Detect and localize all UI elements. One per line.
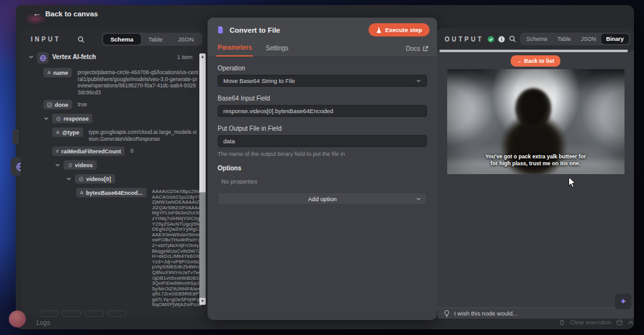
scroll-up-arrow[interactable]: ▲ (199, 53, 206, 60)
tab-schema[interactable]: Schema (521, 34, 552, 44)
yeti-head (514, 88, 551, 129)
info-icon[interactable]: i (498, 36, 505, 43)
output-field-input[interactable] (218, 135, 427, 147)
back-to-list-button[interactable]: ← Back to list (511, 55, 561, 67)
chevron-down-icon[interactable] (66, 174, 75, 182)
node-wish-input[interactable] (454, 310, 628, 317)
key-pill-bytesbase64[interactable]: A bytesBase64Encod... (76, 188, 147, 197)
input-panel: INPUT Schema Table JSON (21, 28, 208, 315)
options-empty-text: No properties (221, 178, 427, 185)
source-node-name[interactable]: Vertex AI-fetch (52, 52, 96, 60)
output-field-label: Put Output File in Field (218, 125, 427, 132)
tab-json[interactable]: JSON (170, 34, 201, 45)
object-type-icon (56, 116, 61, 121)
chevron-down-icon[interactable] (28, 52, 37, 60)
tab-settings[interactable]: Settings (264, 41, 289, 56)
node-title: Convert to File (230, 26, 280, 34)
chevron-down-icon[interactable] (55, 160, 64, 168)
clear-execution-label[interactable]: Clear execution (570, 319, 611, 326)
node-connector-notch (13, 129, 19, 145)
schema-tree: Vertex AI-fetch 1 item A name projects/p… (21, 50, 208, 307)
back-to-canvas-label: Back to canvas (45, 10, 98, 18)
output-horizontal-scrollbar[interactable]: ▶ (440, 50, 628, 52)
svg-text:i: i (501, 36, 502, 42)
input-view-tabs: Schema Table JSON (102, 33, 203, 46)
tree-row-root: Vertex AI-fetch 1 item (28, 52, 199, 63)
number-type-icon: # (56, 148, 58, 154)
key-pill-response[interactable]: response (52, 114, 92, 123)
tree-row: videos (28, 160, 199, 170)
flask-icon (376, 27, 382, 33)
binary-video-preview[interactable]: You've got o pack extra yalk butteer for… (447, 69, 625, 174)
tab-binary[interactable]: Binary (601, 34, 629, 44)
tree-row: response (28, 114, 199, 123)
tree-row: done true (28, 100, 199, 109)
options-label: Options (218, 165, 427, 172)
tab-table[interactable]: Table (552, 34, 576, 44)
tree-row: A name projects/plasma-circle-464708-q5/… (28, 68, 199, 96)
key-pill-attype[interactable]: A @type (52, 128, 83, 137)
key-pill-done[interactable]: done (43, 100, 72, 109)
add-option-button[interactable]: Add option (218, 192, 427, 205)
globe-icon (37, 52, 48, 63)
base64-field-input[interactable] (218, 105, 427, 117)
key-pill-videos[interactable]: videos (64, 160, 97, 170)
canvas-ghost-button (62, 310, 81, 317)
output-field-hint: The name of the output binary field to p… (218, 151, 427, 157)
operation-label: Operation (218, 65, 427, 72)
tree-row: # raiMediaFilteredCount 0 (28, 146, 199, 156)
value-name: projects/plasma-circle-464708-q5/locatio… (77, 68, 199, 96)
scrollbar-thumb[interactable] (199, 60, 206, 192)
node-feedback-bar (438, 307, 634, 319)
back-arrow-icon: ← (33, 9, 41, 18)
chevron-down-icon (416, 196, 421, 202)
back-to-canvas-button[interactable]: ← Back to canvas (33, 9, 98, 18)
logs-label[interactable]: Logs (36, 319, 50, 326)
tab-schema[interactable]: Schema (103, 34, 141, 45)
tree-row: A @type type.googleapis.com/cloud.ai.lar… (28, 128, 199, 142)
ai-assistant-button[interactable]: ✦ (614, 293, 632, 310)
docs-link[interactable]: Docs (406, 45, 428, 52)
node-settings-panel: Convert to File Execute step Parameters … (208, 18, 437, 320)
key-pill-raicount[interactable]: # raiMediaFilteredCount (52, 146, 125, 156)
chevron-down-icon[interactable] (43, 114, 52, 121)
operation-select[interactable]: Move Base64 String to File (218, 75, 427, 87)
key-pill-videos0[interactable]: videos[0] (75, 174, 115, 184)
tab-parameters[interactable]: Parameters (216, 40, 253, 57)
back-arrow-icon: ← (517, 58, 525, 64)
execute-step-button[interactable]: Execute step (369, 23, 430, 36)
object-type-icon (79, 177, 84, 182)
canvas-ghost-button (40, 310, 58, 317)
search-icon[interactable] (509, 35, 516, 43)
key-pill-name[interactable]: A name (43, 68, 72, 77)
string-type-icon: A (47, 70, 51, 75)
user-avatar (9, 310, 26, 327)
string-type-icon: A (56, 129, 60, 135)
scroll-down-arrow[interactable]: ▼ (199, 298, 206, 305)
execution-footer: Clear execution (434, 319, 634, 326)
lightbulb-icon (444, 310, 450, 317)
boolean-type-icon (47, 102, 52, 107)
scroll-right-arrow[interactable]: ▶ (628, 48, 631, 53)
video-caption: You've got o pack extra yalk butteer for… (447, 153, 625, 167)
trash-icon[interactable] (559, 319, 565, 326)
external-link-icon (423, 46, 428, 52)
output-view-tabs: Schema Table JSON Binary (520, 33, 630, 45)
canvas-ghost-button (108, 310, 126, 317)
input-title: INPUT (31, 36, 61, 43)
value-attype: type.googleapis.com/cloud.ai.large_model… (89, 128, 199, 142)
tree-row: videos[0] (28, 174, 199, 184)
tab-table[interactable]: Table (141, 34, 170, 45)
tree-row: A bytesBase64Encod... AAAAIGZ0eXBpc29tA … (28, 188, 199, 307)
value-raicount: 0 (130, 146, 133, 155)
tab-json[interactable]: JSON (576, 34, 601, 44)
chevron-up-icon[interactable] (628, 320, 634, 325)
success-check-icon (487, 36, 494, 43)
input-scrollbar[interactable]: ▲ ▼ (199, 53, 206, 305)
value-done: true (78, 100, 87, 108)
search-icon[interactable] (77, 36, 85, 43)
convert-to-file-icon (216, 26, 225, 34)
sparkle-icon: ✦ (620, 297, 627, 306)
output-title: OUTPUT (445, 36, 484, 43)
panel-icon[interactable] (616, 319, 623, 326)
